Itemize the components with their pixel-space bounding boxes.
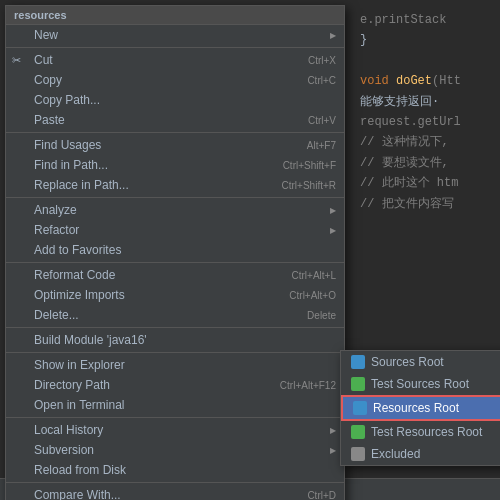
menu-item-label: Local History: [34, 423, 103, 437]
submenu-item-resources-root[interactable]: Resources Root: [341, 395, 500, 421]
test-resources-root-icon: [351, 425, 365, 439]
submenu-item-label: Resources Root: [373, 401, 459, 415]
menu-item-show-explorer[interactable]: Show in Explorer: [6, 355, 344, 375]
menu-item-label: Replace in Path...: [34, 178, 129, 192]
menu-item-label: Subversion: [34, 443, 94, 457]
sources-root-icon: [351, 355, 365, 369]
shortcut: Ctrl+D: [307, 490, 336, 501]
menu-item-paste[interactable]: Paste Ctrl+V: [6, 110, 344, 130]
submenu-item-test-resources-root[interactable]: Test Resources Root: [341, 421, 500, 443]
menu-item-label: Compare With...: [34, 488, 121, 500]
menu-item-label: Build Module 'java16': [34, 333, 147, 347]
resources-root-icon: [353, 401, 367, 415]
shortcut: Ctrl+X: [308, 55, 336, 66]
menu-item-find-path[interactable]: Find in Path... Ctrl+Shift+F: [6, 155, 344, 175]
menu-item-new[interactable]: New: [6, 25, 344, 45]
menu-divider: [6, 352, 344, 353]
shortcut: Ctrl+C: [307, 75, 336, 86]
menu-item-compare[interactable]: Compare With... Ctrl+D: [6, 485, 344, 500]
menu-item-label: Copy: [34, 73, 62, 87]
menu-item-label: Refactor: [34, 223, 79, 237]
submenu-item-sources-root[interactable]: Sources Root: [341, 351, 500, 373]
test-sources-root-icon: [351, 377, 365, 391]
menu-item-optimize[interactable]: Optimize Imports Ctrl+Alt+O: [6, 285, 344, 305]
menu-divider: [6, 417, 344, 418]
submenu-item-excluded[interactable]: Excluded: [341, 443, 500, 465]
submenu-item-label: Test Sources Root: [371, 377, 469, 391]
shortcut: Ctrl+V: [308, 115, 336, 126]
menu-item-label: Open in Terminal: [34, 398, 125, 412]
menu-item-label: Reload from Disk: [34, 463, 126, 477]
menu-item-reformat[interactable]: Reformat Code Ctrl+Alt+L: [6, 265, 344, 285]
menu-item-label: Analyze: [34, 203, 77, 217]
menu-item-add-favorites[interactable]: Add to Favorites: [6, 240, 344, 260]
menu-item-label: Find in Path...: [34, 158, 108, 172]
menu-item-label: Show in Explorer: [34, 358, 125, 372]
menu-divider: [6, 132, 344, 133]
menu-divider: [6, 262, 344, 263]
menu-item-label: Directory Path: [34, 378, 110, 392]
cut-icon: ✂: [12, 54, 21, 67]
menu-item-open-terminal[interactable]: Open in Terminal: [6, 395, 344, 415]
menu-item-label: Cut: [34, 53, 53, 67]
shortcut: Ctrl+Shift+R: [282, 180, 336, 191]
shortcut: Ctrl+Alt+L: [292, 270, 336, 281]
menu-item-copy-path[interactable]: Copy Path...: [6, 90, 344, 110]
menu-item-label: Reformat Code: [34, 268, 115, 282]
menu-divider: [6, 197, 344, 198]
menu-item-label: Add to Favorites: [34, 243, 121, 257]
shortcut: Ctrl+Alt+O: [289, 290, 336, 301]
menu-item-refactor[interactable]: Refactor: [6, 220, 344, 240]
menu-item-replace[interactable]: Replace in Path... Ctrl+Shift+R: [6, 175, 344, 195]
submenu-item-label: Excluded: [371, 447, 420, 461]
shortcut: Ctrl+Alt+F12: [280, 380, 336, 391]
shortcut: Ctrl+Shift+F: [283, 160, 336, 171]
menu-divider: [6, 47, 344, 48]
menu-item-label: Paste: [34, 113, 65, 127]
menu-item-analyze[interactable]: Analyze: [6, 200, 344, 220]
context-menu: resources New ✂ Cut Ctrl+X Copy Ctrl+C C…: [5, 5, 345, 500]
menu-item-reload[interactable]: Reload from Disk: [6, 460, 344, 480]
menu-item-find-usages[interactable]: Find Usages Alt+F7: [6, 135, 344, 155]
menu-divider: [6, 327, 344, 328]
shortcut: Alt+F7: [307, 140, 336, 151]
submenu-item-label: Sources Root: [371, 355, 444, 369]
menu-item-label: New: [34, 28, 58, 42]
menu-item-label: Find Usages: [34, 138, 101, 152]
submenu-item-test-sources-root[interactable]: Test Sources Root: [341, 373, 500, 395]
submenu-mark-directory: Sources Root Test Sources Root Resources…: [340, 350, 500, 466]
menu-item-build[interactable]: Build Module 'java16': [6, 330, 344, 350]
menu-item-cut[interactable]: ✂ Cut Ctrl+X: [6, 50, 344, 70]
menu-item-copy[interactable]: Copy Ctrl+C: [6, 70, 344, 90]
excluded-icon: [351, 447, 365, 461]
submenu-item-label: Test Resources Root: [371, 425, 482, 439]
menu-item-label: Delete...: [34, 308, 79, 322]
shortcut: Delete: [307, 310, 336, 321]
menu-item-label: Copy Path...: [34, 93, 100, 107]
menu-divider: [6, 482, 344, 483]
menu-item-dir-path[interactable]: Directory Path Ctrl+Alt+F12: [6, 375, 344, 395]
menu-header: resources: [6, 6, 344, 25]
menu-item-label: Optimize Imports: [34, 288, 125, 302]
menu-item-local-history[interactable]: Local History: [6, 420, 344, 440]
menu-item-subversion[interactable]: Subversion: [6, 440, 344, 460]
menu-item-delete[interactable]: Delete... Delete: [6, 305, 344, 325]
